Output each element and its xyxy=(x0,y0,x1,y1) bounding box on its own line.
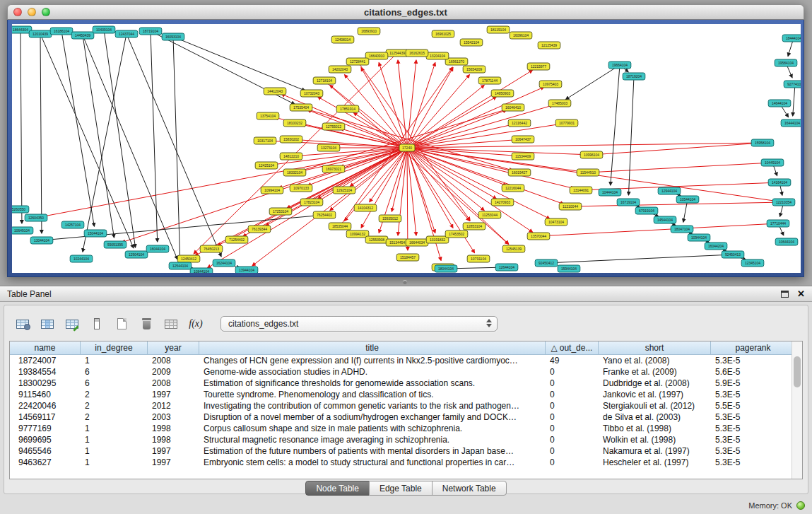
graph-node[interactable]: 14257104 xyxy=(61,221,84,228)
graph-node[interactable]: 12408314 xyxy=(331,36,354,43)
graph-edge[interactable] xyxy=(40,34,134,248)
graph-node[interactable]: 76254402 xyxy=(313,211,336,218)
graph-node[interactable]: 11534409 xyxy=(512,153,534,160)
graph-node[interactable]: 12925104 xyxy=(333,187,355,194)
graph-node[interactable]: 16044204 xyxy=(705,243,727,250)
graph-node[interactable]: 16096104 xyxy=(510,32,532,39)
graph-node[interactable]: 12853104 xyxy=(463,223,486,230)
graph-node[interactable]: 16444104 xyxy=(781,119,801,127)
graph-node[interactable]: 14450439 xyxy=(71,32,94,39)
graph-edge[interactable] xyxy=(61,31,94,226)
edit-table-icon[interactable] xyxy=(62,315,82,333)
graph-node[interactable]: 10844104 xyxy=(190,268,213,273)
graph-node[interactable]: 11254439 xyxy=(386,49,408,57)
graph-node[interactable]: 10944104 xyxy=(688,234,710,241)
graph-edge[interactable] xyxy=(330,85,407,148)
graph-node[interactable]: 10439104 xyxy=(93,26,115,33)
table-row[interactable]: 911546021997Tourette syndrome. Phenomeno… xyxy=(10,389,802,400)
table-options-icon[interactable] xyxy=(13,315,33,333)
graph-edge[interactable] xyxy=(40,34,42,233)
graph-node[interactable]: 14544104 xyxy=(654,216,676,223)
graph-canvas-svg[interactable]: 1724011254439166409101272844114202043127… xyxy=(12,24,801,273)
graph-node[interactable]: 18119104 xyxy=(487,26,510,33)
graph-node[interactable]: 17253104 xyxy=(269,208,292,215)
graph-edge[interactable] xyxy=(318,97,407,148)
graph-node[interactable]: 16961025 xyxy=(432,30,454,37)
graph-node[interactable]: 13044104 xyxy=(30,237,53,244)
graph-node[interactable]: 10994104 xyxy=(261,187,283,194)
column-icon[interactable] xyxy=(87,315,107,333)
graph-edge[interactable] xyxy=(407,75,469,148)
graph-edge[interactable] xyxy=(570,202,777,206)
graph-node[interactable]: 76139344 xyxy=(248,226,271,233)
graph-node[interactable]: 12604350 xyxy=(25,214,47,221)
graph-node[interactable]: 18044104 xyxy=(435,265,457,272)
graph-node[interactable]: 10647437 xyxy=(512,136,534,143)
graph-node[interactable]: 18332104 xyxy=(283,169,306,176)
graph-node[interactable]: 19664104 xyxy=(608,62,631,69)
graph-node[interactable]: 17710444 xyxy=(767,220,789,227)
column-header-short[interactable]: short xyxy=(599,341,711,355)
graph-node[interactable]: 16893910 xyxy=(358,28,380,35)
graph-node[interactable]: 17453502 xyxy=(445,230,468,238)
graph-node[interactable]: 10994132 xyxy=(346,230,369,238)
graph-node[interactable]: 12345104 xyxy=(741,259,764,267)
graph-node[interactable]: 25260550 xyxy=(12,206,29,213)
graph-node[interactable]: 14104312 xyxy=(354,204,377,211)
column-header-year[interactable]: year xyxy=(148,341,199,355)
graph-node[interactable]: 12116442 xyxy=(508,119,531,127)
graph-node[interactable]: 76450213 xyxy=(200,245,223,252)
graph-node[interactable]: 12544104 xyxy=(169,262,192,269)
graph-node[interactable]: 16719104 xyxy=(617,199,640,206)
graph-node[interactable]: 18047104 xyxy=(671,226,693,233)
graph-node[interactable]: 16973021 xyxy=(322,165,345,173)
graph-edge[interactable] xyxy=(20,30,22,223)
graph-node[interactable]: 18535044 xyxy=(329,223,351,230)
graph-node[interactable]: 14412043 xyxy=(264,88,286,95)
graph-node[interactable]: 10970133 xyxy=(290,185,312,192)
graph-node[interactable]: 16244104 xyxy=(213,259,235,267)
minimize-window-button[interactable] xyxy=(28,8,36,16)
toggle-columns-icon[interactable] xyxy=(37,315,57,333)
graph-node[interactable]: 12644104 xyxy=(495,264,518,271)
graph-node[interactable]: 17871144 xyxy=(478,77,501,84)
graph-edge[interactable] xyxy=(407,148,564,204)
graph-node[interactable]: 14202043 xyxy=(329,66,351,73)
graph-node[interactable]: 17823104 xyxy=(300,199,323,206)
graph-node[interactable]: 17240 xyxy=(399,144,415,151)
window-titlebar[interactable]: citations_edges.txt xyxy=(7,4,804,20)
graph-node[interactable]: 12728441 xyxy=(346,58,369,65)
graph-edge[interactable] xyxy=(611,65,620,185)
scrollbar-thumb[interactable] xyxy=(794,356,801,387)
graph-node[interactable]: 13273104 xyxy=(317,144,340,151)
graph-node[interactable]: 10732043 xyxy=(300,90,323,97)
graph-node[interactable]: 92450413 xyxy=(722,251,744,258)
graph-edge[interactable] xyxy=(546,255,726,263)
graph-node[interactable]: 10244104 xyxy=(70,255,93,262)
graph-edge[interactable] xyxy=(628,76,634,195)
network-selector[interactable]: citations_edges.txt xyxy=(220,316,498,332)
graph-node[interactable]: 16186104 xyxy=(50,28,73,35)
graph-node[interactable]: 10649104 xyxy=(12,227,33,234)
graph-node[interactable]: 16093104 xyxy=(162,33,184,40)
graph-node[interactable]: 13144091 xyxy=(570,187,592,194)
graph-node[interactable]: 16162615 xyxy=(406,49,428,57)
table-row[interactable]: 1456911722003Disruption of a novel membe… xyxy=(10,411,802,423)
graph-node[interactable]: 12944104 xyxy=(658,187,681,194)
table-row[interactable]: 977716911998Corpus callosum shape and si… xyxy=(10,423,802,434)
table-row[interactable]: 969969511998Structural magnetic resonanc… xyxy=(10,434,802,445)
graph-node[interactable]: 12904104 xyxy=(125,251,148,258)
graph-node[interactable]: 18100232 xyxy=(283,119,306,127)
graph-node[interactable]: 12210354 xyxy=(772,199,795,206)
graph-node[interactable]: 14164104 xyxy=(768,179,791,186)
graph-node[interactable]: 18444104 xyxy=(782,35,801,42)
graph-edge[interactable] xyxy=(173,37,305,90)
graph-node[interactable]: 18644304 xyxy=(12,26,32,33)
graph-node[interactable]: 13191832 xyxy=(426,236,449,243)
table-row[interactable]: 1872400712008Changes of HCN gene express… xyxy=(10,355,802,366)
graph-node[interactable]: 16044104 xyxy=(146,245,169,252)
network-canvas[interactable]: 1724011254439166409101272844114202043127… xyxy=(12,24,801,273)
graph-node[interactable]: 15935012 xyxy=(379,215,401,222)
graph-node[interactable]: 10473104 xyxy=(545,218,567,226)
graph-node[interactable]: 16961370 xyxy=(445,58,468,65)
